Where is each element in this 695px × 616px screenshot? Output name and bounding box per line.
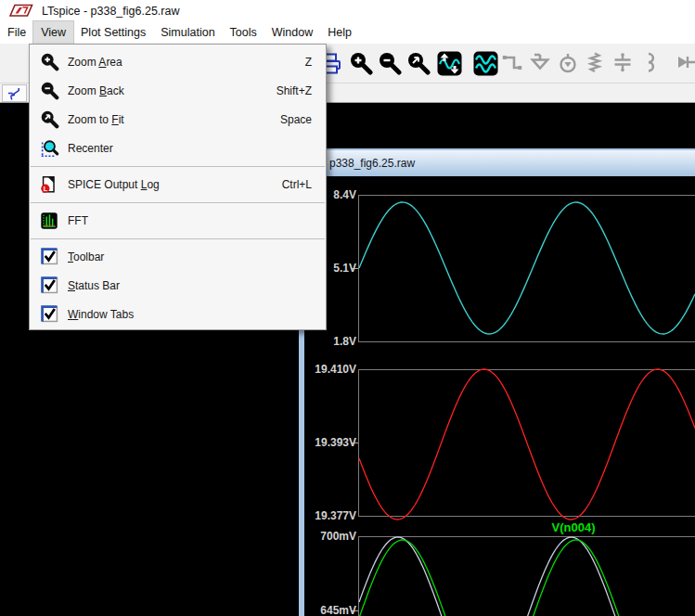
toolbar-capacitor-icon bbox=[610, 50, 636, 76]
app-title-bar[interactable]: LTspice - p338_fig6.25.raw bbox=[0, 0, 695, 21]
trace-white bbox=[359, 537, 695, 616]
capacitor-icon bbox=[611, 51, 635, 75]
menu-item-shortcut: Z bbox=[305, 56, 326, 69]
menu-separator bbox=[30, 199, 326, 206]
y-axis-label: 645mV bbox=[304, 604, 356, 616]
y-axis-label: 700mV bbox=[304, 530, 356, 543]
toolbar-diode-icon bbox=[675, 50, 695, 76]
checkbox-checked-icon bbox=[35, 276, 63, 294]
schematic-icon bbox=[5, 86, 24, 100]
menu-item-label: Zoom to Fit bbox=[68, 113, 280, 126]
toolbar-zoom-in-icon[interactable] bbox=[347, 50, 373, 76]
menu-item-label: Status Bar bbox=[68, 279, 312, 292]
plot-area[interactable]: 8.4V5.1V1.8V19.410V19.393V19.377V700mV64… bbox=[304, 176, 695, 616]
menu-item-label: FFT bbox=[68, 214, 312, 227]
waveform-window-title: p338_fig6.25.raw bbox=[329, 157, 415, 170]
plot-pane-middle[interactable] bbox=[359, 369, 695, 516]
svg-text:L: L bbox=[44, 184, 48, 192]
menu-bar: FileViewPlot SettingsSimulationToolsWind… bbox=[0, 21, 695, 44]
menu-plot-settings[interactable]: Plot Settings bbox=[73, 21, 153, 44]
diode-icon bbox=[676, 51, 695, 75]
toolbar-label-net-icon bbox=[555, 50, 581, 76]
trace-green bbox=[359, 540, 695, 616]
plot-settings-icon bbox=[473, 51, 498, 76]
y-axis-label: 19.377V bbox=[304, 509, 356, 522]
menu-item-shortcut: Space bbox=[280, 113, 326, 126]
checkbox-checked-icon bbox=[35, 248, 63, 265]
zoom-out-icon bbox=[377, 51, 402, 76]
toolbar-wire-icon bbox=[499, 50, 525, 76]
menu-separator bbox=[30, 162, 326, 170]
menu-item-spice-output-log[interactable]: LSPICE Output LogCtrl+L bbox=[30, 170, 326, 199]
menu-item-zoom-back[interactable]: Zoom BackShift+Z bbox=[30, 76, 326, 105]
menu-item-fft[interactable]: FFT bbox=[30, 206, 326, 235]
menu-help[interactable]: Help bbox=[320, 21, 359, 44]
inductor-icon bbox=[637, 51, 662, 75]
autorange-icon bbox=[437, 51, 462, 76]
label-net-icon bbox=[556, 51, 580, 75]
ltspice-logo-icon bbox=[7, 3, 33, 19]
waveform-window[interactable]: p338_fig6.25.raw 8.4V5.1V1.8V19.410V19.3… bbox=[299, 148, 695, 616]
menu-view[interactable]: View bbox=[33, 21, 73, 44]
trace-red bbox=[359, 369, 695, 520]
y-axis-label: 1.8V bbox=[304, 335, 356, 348]
checkbox-checked-icon bbox=[35, 305, 63, 323]
zoom-back-icon bbox=[35, 81, 63, 101]
spice-output-log-icon: L bbox=[35, 174, 63, 195]
menu-simulation[interactable]: Simulation bbox=[153, 21, 222, 44]
waveform-window-title-bar[interactable]: p338_fig6.25.raw bbox=[304, 150, 695, 176]
pane-gridline bbox=[358, 516, 695, 517]
trace-cyan bbox=[359, 202, 695, 334]
toolbar-autorange-icon[interactable] bbox=[436, 50, 462, 76]
menu-item-label: Window Tabs bbox=[68, 308, 312, 321]
toolbar-resistor-icon bbox=[582, 50, 608, 76]
menu-item-shortcut: Shift+Z bbox=[277, 84, 326, 97]
menu-item-label: Zoom Area bbox=[68, 56, 305, 69]
resistor-icon bbox=[583, 51, 607, 75]
window-tab[interactable] bbox=[2, 84, 27, 102]
menu-item-shortcut: Ctrl+L bbox=[282, 178, 326, 191]
wire-icon bbox=[500, 51, 524, 75]
menu-item-recenter[interactable]: Recenter bbox=[30, 134, 326, 162]
fft-icon bbox=[35, 211, 63, 231]
menu-item-zoom-area[interactable]: Zoom AreaZ bbox=[30, 47, 326, 76]
menu-tools[interactable]: Tools bbox=[223, 21, 264, 44]
pane-gridline bbox=[358, 341, 695, 342]
menu-item-label: Zoom Back bbox=[68, 84, 277, 97]
zoom-to-fit-icon bbox=[35, 109, 63, 130]
zoom-in-icon bbox=[348, 51, 373, 76]
plot-pane-bottom[interactable] bbox=[359, 536, 695, 616]
zoom-area-icon bbox=[35, 52, 63, 72]
menu-item-toolbar[interactable]: Toolbar bbox=[30, 242, 326, 271]
trace-label[interactable]: V(n004) bbox=[552, 520, 596, 534]
zoom-full-icon bbox=[405, 51, 431, 76]
toolbar-zoom-full-icon[interactable] bbox=[405, 50, 431, 76]
plot-pane-top[interactable] bbox=[359, 195, 695, 341]
toolbar-plot-settings-icon[interactable] bbox=[472, 50, 498, 76]
menu-item-label: SPICE Output Log bbox=[68, 178, 282, 191]
y-axis-label: 19.410V bbox=[304, 363, 356, 376]
toolbar-inductor-icon bbox=[637, 50, 663, 76]
menu-item-label: Recenter bbox=[68, 142, 312, 155]
ground-icon bbox=[528, 51, 552, 75]
menu-separator bbox=[30, 235, 326, 242]
menu-window[interactable]: Window bbox=[264, 21, 320, 44]
menu-file[interactable]: File bbox=[0, 21, 33, 44]
window-title: LTspice - p338_fig6.25.raw bbox=[42, 5, 179, 18]
menu-item-status-bar[interactable]: Status Bar bbox=[30, 271, 326, 300]
recenter-icon bbox=[35, 138, 63, 159]
menu-item-zoom-to-fit[interactable]: Zoom to FitSpace bbox=[30, 105, 326, 134]
toolbar-ground-icon bbox=[527, 50, 553, 76]
menu-item-window-tabs[interactable]: Window Tabs bbox=[30, 300, 326, 328]
y-axis-label: 19.393V bbox=[304, 436, 356, 449]
toolbar-zoom-out-icon[interactable] bbox=[376, 50, 402, 76]
menu-item-label: Toolbar bbox=[68, 250, 312, 263]
view-menu-dropdown: Zoom AreaZZoom BackShift+ZZoom to FitSpa… bbox=[29, 44, 327, 330]
